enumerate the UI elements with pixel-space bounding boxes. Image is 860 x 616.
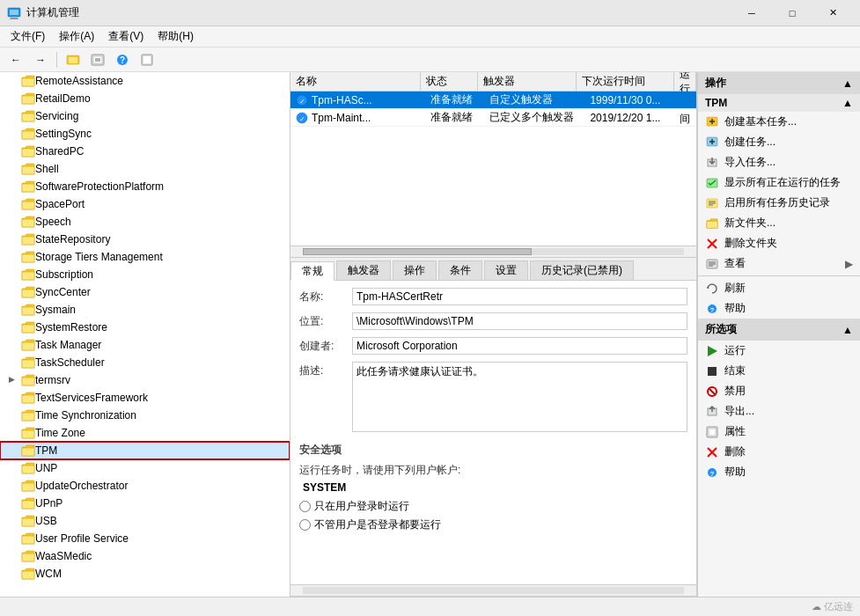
tree-item-systemrestore[interactable]: SystemRestore xyxy=(0,319,290,336)
tree-item-usb[interactable]: USB xyxy=(0,512,290,530)
tree-item-servicing[interactable]: Servicing xyxy=(0,107,290,125)
action-properties[interactable]: 属性 xyxy=(698,422,860,442)
tree-item-staterepository[interactable]: StateRepository xyxy=(0,231,290,248)
tree-item-settingsync[interactable]: SettingSync xyxy=(0,125,290,143)
collapse-icon-2: ▲ xyxy=(842,324,853,336)
folder-icon xyxy=(21,532,35,545)
svg-rect-30 xyxy=(22,360,34,368)
tab-bar: 常规 触发器 操作 条件 设置 历史记录(已禁用) xyxy=(290,258,696,281)
svg-rect-37 xyxy=(22,483,34,491)
tab-actions[interactable]: 操作 xyxy=(393,260,437,280)
action-stop[interactable]: 结束 xyxy=(698,361,860,381)
svg-rect-26 xyxy=(22,290,34,297)
svg-rect-22 xyxy=(22,219,34,227)
close-button[interactable]: ✕ xyxy=(812,0,853,26)
menu-view[interactable]: 查看(V) xyxy=(101,27,151,46)
up-button[interactable] xyxy=(62,50,84,70)
radio-option-2[interactable]: 不管用户是否登录都要运行 xyxy=(299,517,687,532)
operations-header[interactable]: 操作 ▲ xyxy=(698,72,860,94)
help-toolbar-button[interactable]: ? xyxy=(112,50,133,70)
col-next-run[interactable]: 下次运行时间 xyxy=(577,72,674,91)
action-view[interactable]: 查看 ▶ xyxy=(698,253,860,274)
back-button[interactable]: ← xyxy=(5,50,26,70)
action-refresh[interactable]: 刷新 xyxy=(698,278,860,298)
tree-item-shell[interactable]: Shell xyxy=(0,160,290,178)
minimize-button[interactable]: ─ xyxy=(731,0,772,26)
tree-item-upnp[interactable]: UPnP xyxy=(0,495,290,512)
radio-always-label: 不管用户是否登录都要运行 xyxy=(314,517,441,532)
action-disable[interactable]: 禁用 xyxy=(698,381,860,401)
action-import[interactable]: 导入任务... xyxy=(698,152,860,172)
tree-item-wcm[interactable]: WCM xyxy=(0,565,290,583)
tree-item-termsrv[interactable]: ▶ termsrv xyxy=(0,371,290,389)
col-status[interactable]: 状态 xyxy=(421,72,478,91)
tab-settings[interactable]: 设置 xyxy=(484,260,528,280)
action-help-1[interactable]: ? 帮助 xyxy=(698,298,860,319)
col-last-run[interactable]: 上次运行时间 xyxy=(674,72,696,91)
maximize-button[interactable]: □ xyxy=(772,0,812,26)
tree-item-storagetiers[interactable]: Storage Tiers Management xyxy=(0,248,290,266)
tree-item-subscription[interactable]: Subscription xyxy=(0,266,290,283)
svg-text:?: ? xyxy=(710,305,715,313)
svg-rect-20 xyxy=(22,184,34,192)
tree-item-sharedpc[interactable]: SharedPC xyxy=(0,143,290,160)
tree-item-tpm[interactable]: TPM xyxy=(0,442,290,459)
horizontal-scrollbar[interactable] xyxy=(290,246,696,258)
menu-action[interactable]: 操作(A) xyxy=(52,27,101,46)
tree-item-speech[interactable]: Speech xyxy=(0,213,290,231)
tree-item-unp[interactable]: UNP xyxy=(0,459,290,477)
folder-icon xyxy=(21,550,35,562)
tree-item-userprofileservice[interactable]: User Profile Service xyxy=(0,530,290,547)
tab-general[interactable]: 常规 xyxy=(290,261,334,281)
tree-item-spaceport[interactable]: SpacePort xyxy=(0,195,290,213)
action-create-basic[interactable]: 创建基本任务... xyxy=(698,112,860,132)
radio-logon[interactable] xyxy=(299,501,311,512)
action-create-task[interactable]: 创建任务... xyxy=(698,132,860,152)
name-value[interactable]: Tpm-HASCertRetr xyxy=(352,288,687,305)
action-show-history[interactable]: 启用所有任务历史记录 xyxy=(698,193,860,213)
tree-item-timezone[interactable]: Time Zone xyxy=(0,424,290,442)
table-row[interactable]: ✓ Tpm-HASc... 准备就绪 自定义触发器 1999/11/30 0..… xyxy=(290,92,696,109)
action-delete[interactable]: 删除 xyxy=(698,442,860,462)
col-name[interactable]: 名称 xyxy=(290,72,421,91)
window-controls[interactable]: ─ □ ✕ xyxy=(731,0,853,26)
action-run[interactable]: 运行 xyxy=(698,341,860,361)
view-button[interactable] xyxy=(87,50,108,70)
menu-file[interactable]: 文件(F) xyxy=(4,27,52,46)
radio-option-1[interactable]: 只在用户登录时运行 xyxy=(299,499,687,514)
tab-conditions[interactable]: 条件 xyxy=(438,260,482,280)
tree-item-remoteassistance[interactable]: RemoteAssistance xyxy=(0,72,290,90)
tree-item-updateorchestrator[interactable]: UpdateOrchestrator xyxy=(0,477,290,495)
folder-icon xyxy=(21,480,35,492)
radio-always[interactable] xyxy=(299,519,311,531)
tab-history[interactable]: 历史记录(已禁用) xyxy=(530,260,634,280)
tree-item-waasmedic[interactable]: WaaSMedic xyxy=(0,547,290,565)
menu-bar: 文件(F) 操作(A) 查看(V) 帮助(H) xyxy=(0,26,860,48)
tab-triggers[interactable]: 触发器 xyxy=(336,260,391,280)
tree-item-taskmanager[interactable]: Task Manager xyxy=(0,336,290,354)
col-trigger[interactable]: 触发器 xyxy=(478,72,576,91)
tree-item-retaildemo[interactable]: RetailDemo xyxy=(0,90,290,107)
properties-toolbar-button[interactable] xyxy=(136,50,158,70)
tree-item-sysmain[interactable]: Sysmain xyxy=(0,301,290,319)
desc-value[interactable]: 此任务请求健康认证证书。 xyxy=(352,362,687,432)
table-row[interactable]: ✓ Tpm-Maint... 准备就绪 已定义多个触发器 2019/12/20 … xyxy=(290,109,696,127)
tree-item-synccenter[interactable]: SyncCenter xyxy=(0,283,290,301)
radio-logon-label: 只在用户登录时运行 xyxy=(314,499,409,514)
action-help-2[interactable]: ? 帮助 xyxy=(698,462,860,482)
action-delete-folder[interactable]: 删除文件夹 xyxy=(698,233,860,253)
detail-scrollbar[interactable] xyxy=(290,584,696,597)
operations-label: 操作 xyxy=(705,76,726,91)
action-export[interactable]: 导出... xyxy=(698,401,860,422)
action-show-running[interactable]: 显示所有正在运行的任务 xyxy=(698,172,860,193)
folder-icon xyxy=(21,427,35,439)
tree-item-taskscheduler[interactable]: TaskScheduler xyxy=(0,354,290,371)
menu-help[interactable]: 帮助(H) xyxy=(151,27,201,46)
tpm-actions-header[interactable]: TPM ▲ xyxy=(698,94,860,112)
tree-item-textservices[interactable]: TextServicesFramework xyxy=(0,389,290,407)
action-new-folder[interactable]: 新文件夹... xyxy=(698,213,860,233)
selected-header[interactable]: 所选项 ▲ xyxy=(698,319,860,341)
tree-item-spp[interactable]: SoftwareProtectionPlatform xyxy=(0,178,290,195)
tree-item-timesync[interactable]: Time Synchronization xyxy=(0,407,290,424)
forward-button[interactable]: → xyxy=(30,50,51,70)
